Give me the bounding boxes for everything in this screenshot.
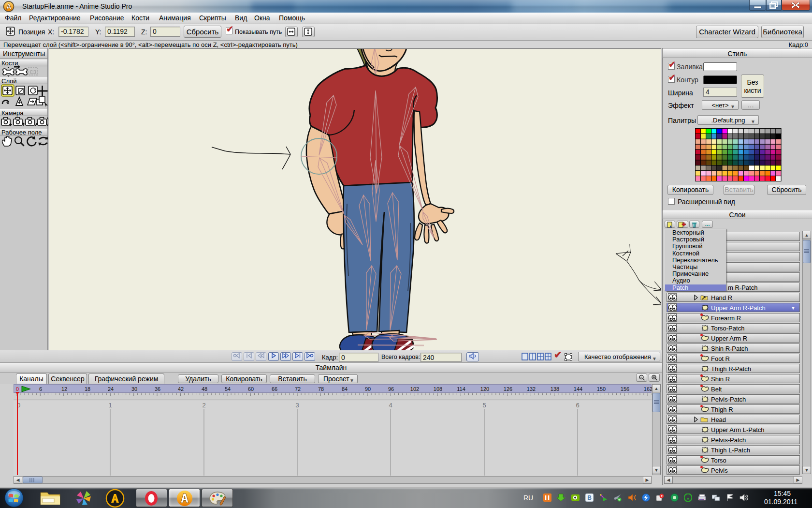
svg-text:2: 2 [202,402,205,409]
svg-text:6: 6 [576,402,579,409]
svg-text:5: 5 [482,402,486,409]
svg-text:1: 1 [108,402,112,409]
svg-text:B: B [587,494,592,501]
svg-text:3: 3 [295,402,299,409]
svg-text:4: 4 [389,402,392,409]
